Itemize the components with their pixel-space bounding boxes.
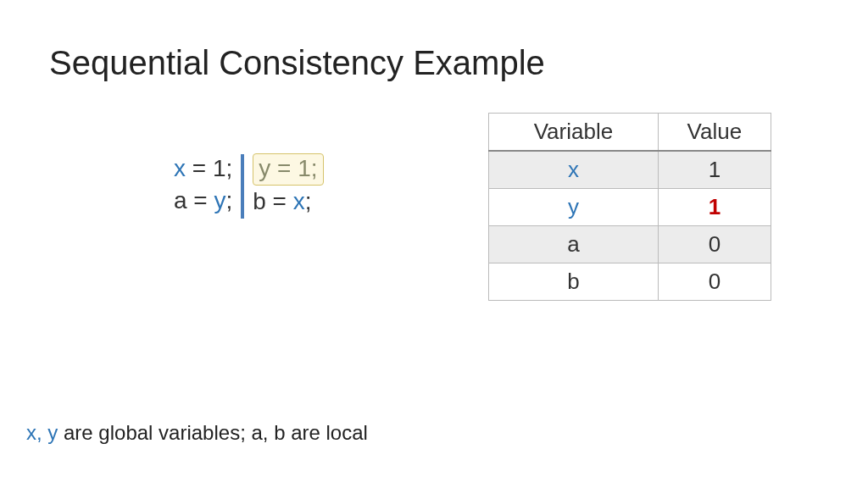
cell-val: 0 — [658, 263, 771, 301]
thread-1-code: x = 1; a = y; — [174, 152, 232, 217]
variable-table: Variable Value x 1 y 1 a 0 b 0 — [488, 113, 771, 301]
slide-title: Sequential Consistency Example — [49, 44, 545, 82]
var-y-hl: y — [259, 155, 270, 181]
footnote: x, y are global variables; a, b are loca… — [26, 421, 368, 445]
tail-text: ; — [225, 187, 232, 214]
cell-var: a — [489, 226, 659, 263]
assign-text-hl: = 1; — [270, 155, 317, 181]
highlighted-stmt: y = 1; — [253, 153, 323, 186]
var-y: y — [214, 187, 225, 214]
footnote-text: are global variables; a, b are local — [58, 421, 368, 444]
thread2-line1: y = 1; — [253, 152, 323, 186]
assign-text: = 1; — [186, 155, 232, 181]
thread-2-code: y = 1; b = x; — [253, 152, 323, 217]
parallel-divider — [241, 154, 244, 219]
footnote-vars: x, y — [26, 421, 58, 444]
var-x: x — [174, 155, 186, 181]
cell-var: y — [489, 189, 659, 226]
table-row: x 1 — [489, 151, 771, 189]
cell-var: x — [489, 151, 659, 189]
table-row: b 0 — [489, 263, 771, 301]
cell-val: 1 — [658, 151, 771, 189]
thread2-line2: b = x; — [253, 186, 323, 218]
thread1-line2: a = y; — [174, 185, 232, 217]
lhs-text-2: b = — [253, 188, 292, 214]
var-x-2: x — [293, 188, 305, 214]
cell-val: 1 — [658, 189, 771, 226]
tail-text-2: ; — [305, 188, 312, 214]
thread1-line1: x = 1; — [174, 152, 232, 185]
header-value: Value — [658, 114, 771, 152]
cell-var: b — [489, 263, 659, 301]
header-variable: Variable — [489, 114, 659, 152]
code-block: x = 1; a = y; y = 1; b = x; — [174, 152, 324, 219]
table-row: a 0 — [489, 226, 771, 263]
cell-val: 0 — [658, 226, 771, 263]
table-row: y 1 — [489, 189, 771, 226]
lhs-text: a = — [174, 187, 214, 214]
